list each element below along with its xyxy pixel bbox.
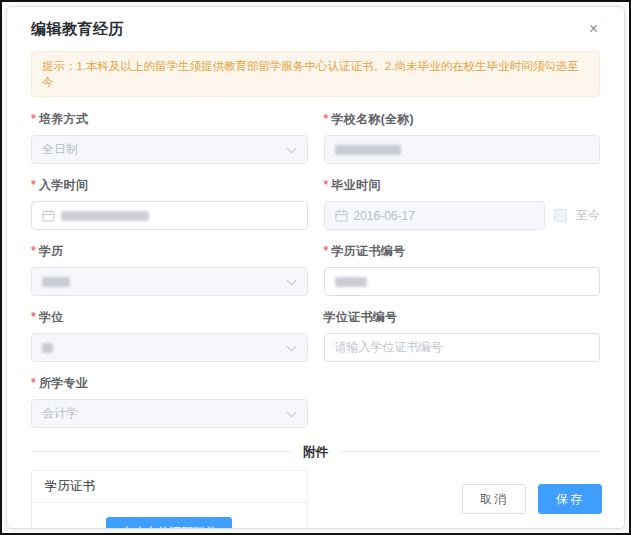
required-mark: * bbox=[324, 178, 329, 192]
required-mark: * bbox=[31, 310, 36, 324]
graduate-date-input[interactable]: 2016-06-17 bbox=[324, 201, 546, 230]
calendar-icon bbox=[335, 209, 348, 222]
redacted-value bbox=[42, 343, 53, 353]
edu-cert-card-title: 学历证书 bbox=[32, 471, 307, 503]
attachment-divider-label: 附件 bbox=[291, 444, 340, 461]
redacted-value bbox=[335, 145, 401, 155]
edu-cert-card: 学历证书 点击上传证明附件 只能上传（jpg,jpeg,png）图片文件，大于2… bbox=[31, 470, 308, 529]
redacted-value bbox=[42, 277, 70, 287]
school-name-input[interactable] bbox=[324, 135, 601, 164]
cancel-button[interactable]: 取消 bbox=[462, 484, 526, 514]
chevron-down-icon bbox=[286, 276, 296, 286]
attachment-divider: 附件 bbox=[31, 444, 600, 458]
dialog-header: 编辑教育经历 × bbox=[7, 7, 624, 47]
chevron-down-icon bbox=[286, 144, 296, 154]
education-select[interactable] bbox=[31, 267, 308, 296]
until-now-checkbox[interactable] bbox=[554, 209, 567, 222]
dialog-title: 编辑教育经历 bbox=[31, 20, 124, 39]
redacted-value bbox=[61, 211, 149, 221]
field-degree: *学位 bbox=[31, 309, 308, 362]
chevron-down-icon bbox=[286, 342, 296, 352]
training-mode-value: 全日制 bbox=[42, 141, 78, 158]
school-name-label: *学校名称(全称) bbox=[324, 111, 601, 128]
field-training-mode: *培养方式 全日制 bbox=[31, 111, 308, 164]
training-mode-select[interactable]: 全日制 bbox=[31, 135, 308, 164]
field-major: *所学专业 会计学 bbox=[31, 375, 308, 428]
screenshot-frame: 编辑教育经历 × 提示：1.本科及以上的留学生须提供教育部留学服务中心认证证书。… bbox=[0, 0, 631, 535]
required-mark: * bbox=[31, 112, 36, 126]
education-form: *培养方式 全日制 *学校名称(全称) *入学时间 bbox=[7, 111, 624, 428]
required-mark: * bbox=[31, 178, 36, 192]
graduate-date-value: 2016-06-17 bbox=[354, 209, 415, 223]
edu-cert-no-input[interactable] bbox=[324, 267, 601, 296]
tip-alert: 提示：1.本科及以上的留学生须提供教育部留学服务中心认证证书。2.尚未毕业的在校… bbox=[31, 51, 600, 97]
enroll-date-input[interactable] bbox=[31, 201, 308, 230]
dialog-footer: 取消 保存 bbox=[462, 484, 602, 514]
field-degree-cert-no: 学位证书编号 请输入学位证书编号 bbox=[324, 309, 601, 362]
field-education: *学历 bbox=[31, 243, 308, 296]
chevron-down-icon bbox=[286, 408, 296, 418]
training-mode-label: *培养方式 bbox=[31, 111, 308, 128]
enroll-date-label: *入学时间 bbox=[31, 177, 308, 194]
education-label: *学历 bbox=[31, 243, 308, 260]
degree-cert-no-input[interactable]: 请输入学位证书编号 bbox=[324, 333, 601, 362]
edit-education-dialog: 编辑教育经历 × 提示：1.本科及以上的留学生须提供教育部留学服务中心认证证书。… bbox=[6, 6, 625, 529]
required-mark: * bbox=[324, 112, 329, 126]
save-button[interactable]: 保存 bbox=[538, 484, 602, 514]
until-now-label: 至今 bbox=[576, 207, 600, 224]
field-school-name: *学校名称(全称) bbox=[324, 111, 601, 164]
edu-cert-no-label: *学历证书编号 bbox=[324, 243, 601, 260]
graduate-date-label: *毕业时间 bbox=[324, 177, 601, 194]
major-select[interactable]: 会计学 bbox=[31, 399, 308, 428]
required-mark: * bbox=[31, 244, 36, 258]
field-enroll-date: *入学时间 bbox=[31, 177, 308, 230]
major-label: *所学专业 bbox=[31, 375, 308, 392]
degree-cert-no-label: 学位证书编号 bbox=[324, 309, 601, 326]
degree-select[interactable] bbox=[31, 333, 308, 362]
required-mark: * bbox=[324, 244, 329, 258]
degree-label: *学位 bbox=[31, 309, 308, 326]
field-edu-cert-no: *学历证书编号 bbox=[324, 243, 601, 296]
calendar-icon bbox=[42, 209, 55, 222]
close-icon[interactable]: × bbox=[585, 19, 602, 39]
upload-attachment-button[interactable]: 点击上传证明附件 bbox=[106, 517, 232, 529]
redacted-value bbox=[335, 277, 367, 287]
required-mark: * bbox=[31, 376, 36, 390]
field-graduate-date: *毕业时间 2016-06-17 至今 bbox=[324, 177, 601, 230]
degree-cert-no-placeholder: 请输入学位证书编号 bbox=[335, 339, 443, 356]
major-value: 会计学 bbox=[42, 405, 78, 422]
